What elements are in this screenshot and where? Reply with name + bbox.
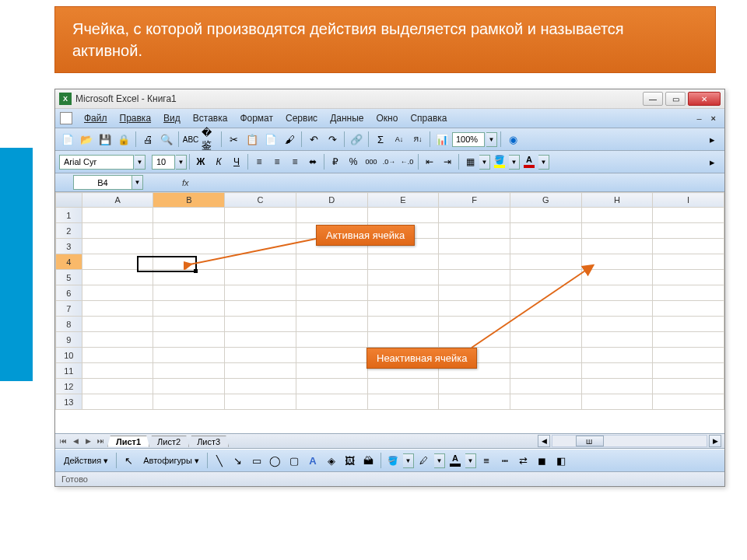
col-header-a[interactable]: A: [82, 193, 153, 208]
bold-button[interactable]: Ж: [192, 153, 209, 170]
arrow-style-icon[interactable]: ⇄: [515, 452, 532, 469]
tab-nav-prev[interactable]: ◀: [69, 435, 82, 447]
fill-color-icon[interactable]: 🪣: [491, 153, 508, 170]
row-header[interactable]: 10: [56, 348, 82, 363]
increase-indent-icon[interactable]: ⇥: [439, 153, 456, 170]
align-right-icon[interactable]: ≡: [286, 153, 303, 170]
permission-icon[interactable]: 🔒: [115, 131, 132, 148]
menu-view[interactable]: Вид: [158, 111, 186, 125]
borders-icon[interactable]: ▦: [461, 153, 479, 170]
diagram-icon[interactable]: ◈: [323, 452, 340, 469]
row-header[interactable]: 13: [56, 394, 82, 410]
clipart-icon[interactable]: 🖼: [342, 452, 359, 469]
increase-decimal-icon[interactable]: .0→: [381, 153, 398, 170]
draw-actions-menu[interactable]: Действия ▾: [59, 454, 113, 467]
arrow-icon[interactable]: ↘: [230, 452, 247, 469]
align-center-icon[interactable]: ≡: [268, 153, 286, 170]
col-header-g[interactable]: G: [510, 193, 581, 208]
row-header[interactable]: 4: [56, 254, 82, 270]
fill-color-dropdown[interactable]: ▼: [509, 155, 520, 170]
underline-button[interactable]: Ч: [228, 153, 245, 170]
3d-icon[interactable]: ◧: [552, 452, 570, 469]
menu-file[interactable]: Файл: [79, 111, 113, 125]
col-header-i[interactable]: I: [653, 193, 724, 208]
menu-data[interactable]: Данные: [324, 111, 369, 125]
menu-format[interactable]: Формат: [234, 111, 279, 125]
scroll-track[interactable]: Ш: [552, 435, 707, 447]
open-icon[interactable]: 📂: [78, 131, 95, 148]
help-icon[interactable]: ◉: [504, 131, 521, 148]
row-header[interactable]: 2: [56, 223, 82, 239]
fx-icon[interactable]: fx: [182, 178, 189, 187]
align-left-icon[interactable]: ≡: [251, 153, 268, 170]
autoshapes-menu[interactable]: Автофигуры ▾: [139, 454, 204, 467]
sort-desc-icon[interactable]: Я↓: [409, 131, 426, 148]
font-dropdown[interactable]: ▼: [135, 155, 146, 170]
col-header-e[interactable]: E: [367, 193, 439, 208]
line-color-icon[interactable]: 🖊: [416, 452, 433, 469]
tab-nav-last[interactable]: ⏭: [94, 435, 107, 447]
line-icon[interactable]: ╲: [211, 452, 228, 469]
paste-icon[interactable]: 📄: [262, 131, 279, 148]
mdi-close[interactable]: ×: [707, 112, 720, 124]
row-header[interactable]: 5: [56, 270, 82, 285]
row-header[interactable]: 6: [56, 285, 82, 301]
shadow-icon[interactable]: ◼: [534, 452, 551, 469]
font-color2-icon[interactable]: A: [447, 452, 464, 469]
font-size-dropdown[interactable]: ▼: [176, 155, 187, 170]
scroll-left-icon[interactable]: ◀: [538, 435, 550, 447]
maximize-button[interactable]: ▭: [665, 92, 686, 106]
font-input[interactable]: Arial Cyr: [59, 155, 134, 170]
print-preview-icon[interactable]: 🔍: [158, 131, 175, 148]
horizontal-scrollbar[interactable]: ◀ Ш ▶: [538, 435, 721, 447]
currency-icon[interactable]: ₽: [327, 153, 344, 170]
menu-insert[interactable]: Вставка: [188, 111, 233, 125]
row-header[interactable]: 12: [56, 379, 82, 394]
line-style-icon[interactable]: ≡: [478, 452, 495, 469]
format-painter-icon[interactable]: 🖌: [281, 131, 298, 148]
scroll-thumb[interactable]: Ш: [576, 436, 604, 446]
scroll-right-icon[interactable]: ▶: [709, 435, 721, 447]
name-box[interactable]: B4: [73, 175, 132, 190]
row-header[interactable]: 11: [56, 363, 82, 379]
col-header-c[interactable]: C: [225, 193, 296, 208]
wordart-icon[interactable]: A: [304, 452, 321, 469]
mdi-minimize[interactable]: –: [693, 112, 705, 124]
col-header-f[interactable]: F: [439, 193, 510, 208]
sort-asc-icon[interactable]: A↓: [391, 131, 408, 148]
cut-icon[interactable]: ✂: [225, 131, 242, 148]
format-toolbar-options-icon[interactable]: ▸: [703, 153, 721, 170]
borders-dropdown[interactable]: ▼: [479, 155, 490, 170]
copy-icon[interactable]: 📋: [244, 131, 261, 148]
menu-help[interactable]: Справка: [405, 111, 452, 125]
col-header-b[interactable]: B: [153, 193, 225, 208]
sheet-tab-3[interactable]: Лист3: [188, 436, 229, 447]
autosum-icon[interactable]: Σ: [372, 131, 389, 148]
row-header[interactable]: 8: [56, 317, 82, 332]
picture-icon[interactable]: 🏔: [360, 452, 377, 469]
zoom-dropdown[interactable]: ▼: [486, 132, 497, 147]
select-all-corner[interactable]: [56, 193, 82, 208]
row-header[interactable]: 9: [56, 332, 82, 348]
fill-color2-icon[interactable]: 🪣: [384, 452, 402, 469]
hyperlink-icon[interactable]: 🔗: [348, 131, 365, 148]
save-icon[interactable]: 💾: [96, 131, 114, 148]
chart-icon[interactable]: 📊: [433, 131, 451, 148]
spelling-icon[interactable]: ABC: [182, 131, 199, 148]
undo-icon[interactable]: ↶: [305, 131, 322, 148]
decrease-decimal-icon[interactable]: ←.0: [398, 153, 416, 170]
minimize-button[interactable]: —: [643, 92, 663, 106]
comma-icon[interactable]: 000: [363, 153, 380, 170]
row-header[interactable]: 3: [56, 239, 82, 254]
oval-icon[interactable]: ◯: [267, 452, 284, 469]
rectangle-icon[interactable]: ▭: [248, 452, 265, 469]
percent-icon[interactable]: %: [345, 153, 362, 170]
research-icon[interactable]: �鉴: [201, 131, 218, 148]
dash-style-icon[interactable]: ┅: [496, 452, 514, 469]
textbox-icon[interactable]: ▢: [286, 452, 303, 469]
close-button[interactable]: ✕: [688, 92, 721, 106]
print-icon[interactable]: 🖨: [139, 131, 156, 148]
italic-button[interactable]: К: [210, 153, 227, 170]
row-header[interactable]: 7: [56, 301, 82, 317]
decrease-indent-icon[interactable]: ⇤: [421, 153, 438, 170]
